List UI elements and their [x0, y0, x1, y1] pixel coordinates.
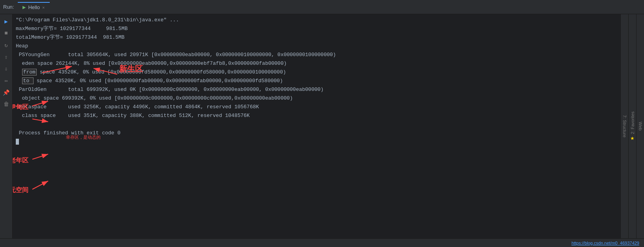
main-area: ▶ ■ ↻ ⇧ ⇩ ⇔ 📌 🗑 "C:\Program Files\Java\j…	[0, 14, 644, 238]
console-icon: ▶	[22, 5, 26, 10]
console-output[interactable]: "C:\Program Files\Java\jdk1.8.0_231\bin\…	[13, 14, 620, 238]
run-tab-name: Hello	[28, 4, 40, 10]
star-icon: ★	[630, 136, 635, 141]
status-bar: https://blog.csdn.net/m0_46937429	[0, 238, 644, 247]
console-line-6: eden space 262144K, 8% used [0x00000000e…	[13, 59, 620, 68]
favorites-sidebar[interactable]: 2: Favorites ★	[628, 14, 636, 238]
scroll-up-button[interactable]: ⇧	[1, 51, 12, 62]
wrap-button[interactable]: ⇔	[1, 75, 12, 86]
run-button[interactable]: ▶	[1, 16, 12, 27]
left-sidebar: ▶ ■ ↻ ⇧ ⇩ ⇔ 📌 🗑	[0, 14, 13, 238]
pin-button[interactable]: 📌	[1, 87, 12, 98]
favorites-label: 2: Favorites	[630, 111, 635, 134]
console-line-2: maxMemory字节= 1029177344 981.5MB	[13, 25, 620, 33]
scroll-down-button[interactable]: ⇩	[1, 63, 12, 74]
console-line-8: to space 43520K, 0% used [0x00000000fab0…	[13, 77, 620, 85]
structure-label: 7: Structure	[622, 115, 627, 138]
console-line-11: Metaspace used 3256K, capacity 4496K, co…	[13, 103, 620, 111]
run-label: Run:	[3, 4, 14, 10]
console-line-13	[13, 120, 620, 129]
run-tab[interactable]: ▶ Hello ×	[18, 2, 49, 12]
console-line-15	[13, 138, 620, 146]
console-line-3: totalMemory字节= 1029177344 981.5MB	[13, 33, 620, 42]
console-line-12: class space used 351K, capacity 388K, co…	[13, 111, 620, 120]
console-line-1: "C:\Program Files\Java\jdk1.8.0_231\bin\…	[13, 16, 620, 25]
run-bar: Run: ▶ Hello ×	[0, 0, 644, 14]
console-line-5: PSYoungGen total 305664K, used 20971K [0…	[13, 51, 620, 59]
console-line-14: Process finished with exit code 0	[13, 129, 620, 138]
rerun-button[interactable]: ↻	[1, 40, 12, 51]
console-line-10: object space 699392K, 0% used [0x0000000…	[13, 94, 620, 103]
web-sidebar[interactable]: Web	[636, 14, 644, 238]
status-url[interactable]: https://blog.csdn.net/m0_46937429	[571, 241, 639, 245]
web-label: Web	[638, 122, 643, 130]
console-wrapper: "C:\Program Files\Java\jdk1.8.0_231\bin\…	[13, 14, 620, 238]
clear-button[interactable]: 🗑	[1, 99, 12, 110]
console-line-4: Heap	[13, 42, 620, 51]
console-line-9: ParOldGen total 699392K, used 0K [0x0000…	[13, 85, 620, 94]
console-line-7: from space 43520K, 0% used [0x00000000fd…	[13, 68, 620, 77]
stop-button[interactable]: ■	[1, 28, 12, 39]
structure-sidebar[interactable]: 7: Structure	[620, 14, 628, 238]
close-tab-button[interactable]: ×	[42, 5, 45, 10]
